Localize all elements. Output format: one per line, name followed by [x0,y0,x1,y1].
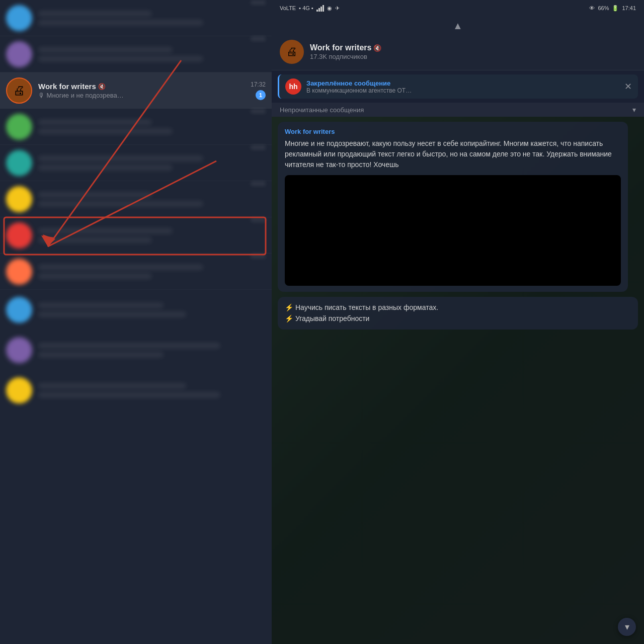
message-sender-name: Work for writers [285,128,621,135]
message-bottom-card: ⚡ Научись писать тексты в разных формата… [278,297,638,330]
channel-preview: 🎙 Многие и не подозрева… [38,92,179,99]
channel-header[interactable]: 🖨 Work for writers 🔇 17.3K подписчиков [272,34,644,70]
scroll-down-button[interactable]: ▾ [618,618,636,636]
blur-chat-row-5[interactable] [0,181,272,217]
chevron-down-icon: ▾ [625,621,629,632]
unread-divider[interactable]: Непрочитанные сообщения ▾ [272,103,644,117]
chevron-container[interactable]: ▲ [272,16,644,34]
chevron-up-icon[interactable]: ▲ [453,20,463,32]
volte-indicator: VoLTE [280,5,296,11]
blur-chat-row-10[interactable] [0,370,272,411]
blur-chat-row-8[interactable] [0,290,272,330]
message-card: Work for writers Многие и не подозревают… [278,122,628,292]
blur-chat-row-1[interactable] [0,0,272,36]
battery-level: 66% [598,5,609,11]
unread-label: Непрочитанные сообщения [280,106,364,114]
pinned-text: Закреплённое сообщение В коммуникационно… [306,79,619,94]
right-panel: VoLTE ▪ 4G ▪ ◉ ✈ 👁 66% 🔋 17:41 ▲ 🖨 Work … [272,0,644,644]
bottom-line-1: ⚡ Научись писать тексты в разных формата… [285,302,631,313]
mute-icon: 🔇 [98,83,106,90]
clock: 17:41 [622,5,636,11]
message-image [285,175,621,286]
network-indicator: ▪ 4G ▪ [299,5,313,11]
blur-chat-row-3[interactable] [0,109,272,145]
wifi-icon: ◉ [327,5,332,12]
blur-chat-row-9[interactable] [0,330,272,370]
channel-name: Work for writers 🔇 [38,82,245,91]
bottom-line-2: ⚡ Угадывай потребности [285,313,631,324]
pinned-label: Закреплённое сообщение [306,79,619,87]
bottom-text-content: ⚡ Научись писать тексты в разных формата… [285,302,631,325]
status-right: 👁 66% 🔋 17:41 [589,5,636,12]
unread-chevron-icon[interactable]: ▾ [632,106,636,114]
blur-chat-row-6[interactable] [0,217,272,254]
pinned-message[interactable]: hh Закреплённое сообщение В коммуникацио… [278,74,638,99]
blur-chat-row-4[interactable] [0,145,272,181]
pinned-close-button[interactable]: ✕ [624,81,632,92]
channel-list-item-work-for-writers[interactable]: 🖨 Work for writers 🔇 🎙 Многие и не подоз… [0,72,272,109]
row-time: 17:32 [251,81,266,88]
row-meta: 17:32 1 [251,81,266,100]
status-left: VoLTE ▪ 4G ▪ ◉ ✈ [280,5,340,12]
message-area: Work for writers Многие и не подозревают… [272,117,644,644]
channel-avatar: 🖨 [6,77,32,104]
eye-icon: 👁 [589,5,595,11]
signal-bars [316,5,324,12]
pinned-service-icon: hh [285,78,301,95]
channel-header-avatar: 🖨 [280,40,304,64]
channel-subscriber-count: 17.3K подписчиков [310,53,636,60]
blur-chat-row-7[interactable] [0,254,272,290]
left-panel: 🖨 Work for writers 🔇 🎙 Многие и не подоз… [0,0,272,644]
avatar-highlight-border [6,77,32,104]
status-bar: VoLTE ▪ 4G ▪ ◉ ✈ 👁 66% 🔋 17:41 [272,0,644,16]
channel-info: Work for writers 🔇 🎙 Многие и не подозре… [38,82,245,99]
battery-icon: 🔋 [612,5,619,12]
message-body: Многие и не подозревают, какую пользу не… [285,138,621,170]
unread-badge: 1 [256,90,266,100]
location-icon: ✈ [335,5,340,12]
channel-header-info: Work for writers 🔇 17.3K подписчиков [310,43,636,60]
blur-chat-row-2[interactable] [0,36,272,72]
channel-header-name: Work for writers 🔇 [310,43,636,52]
pinned-preview: В коммуникационном агентстве ОТ… [306,87,498,94]
channel-mute-icon: 🔇 [373,44,381,52]
